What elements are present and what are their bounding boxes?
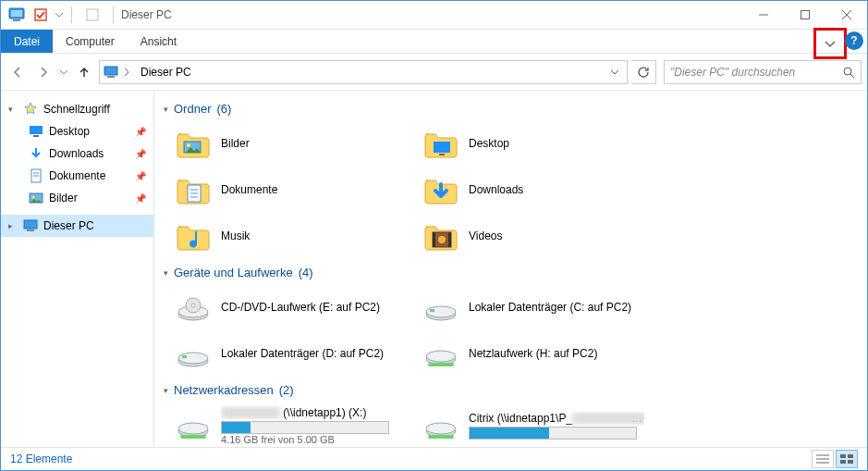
pin-icon: 📌: [135, 171, 146, 181]
window-icon: [85, 7, 100, 22]
thispc-qat-icon[interactable]: [6, 5, 27, 25]
hdd-icon: [175, 335, 212, 372]
svg-rect-56: [840, 454, 846, 458]
svg-rect-2: [13, 19, 20, 21]
expand-ribbon-button[interactable]: [813, 28, 847, 59]
view-details-button[interactable]: [812, 450, 834, 468]
folder-item[interactable]: Bilder: [173, 123, 398, 164]
maximize-button[interactable]: [784, 1, 825, 29]
capacity-bar: [221, 421, 389, 434]
refresh-button[interactable]: [631, 60, 656, 84]
sidebar-item-downloads[interactable]: Downloads📌: [1, 143, 153, 165]
tab-computer[interactable]: Computer: [53, 30, 128, 53]
svg-point-19: [32, 196, 35, 199]
pin-icon: 📌: [135, 193, 146, 204]
svg-rect-31: [433, 232, 435, 247]
minimize-button[interactable]: [742, 1, 784, 29]
group-count: (4): [299, 266, 313, 279]
group-header-devices[interactable]: ▾ Geräte und Laufwerke (4): [164, 266, 858, 279]
svg-rect-40: [430, 309, 434, 312]
svg-rect-3: [35, 9, 46, 20]
qat-dropdown-icon[interactable]: [55, 5, 64, 25]
folder-item[interactable]: Videos: [421, 216, 646, 256]
help-button[interactable]: ?: [845, 31, 863, 50]
svg-rect-58: [840, 460, 846, 464]
item-label: CD-/DVD-Laufwerk (E: auf PC2): [221, 301, 380, 314]
svg-rect-46: [428, 363, 454, 366]
drive-item[interactable]: Lokaler Datenträger (C: auf PC2): [421, 287, 646, 328]
title-divider: [113, 6, 114, 23]
recent-dropdown-icon[interactable]: [58, 61, 69, 83]
hdd-icon: [422, 289, 459, 326]
view-tiles-button[interactable]: [836, 450, 858, 468]
svg-rect-6: [801, 11, 809, 19]
breadcrumb-chevron-icon[interactable]: [124, 68, 129, 77]
drive-item[interactable]: CD-/DVD-Laufwerk (E: auf PC2): [173, 287, 398, 328]
navigation-pane: ▾ Schnellzugriff Desktop📌Downloads📌Dokum…: [1, 91, 154, 447]
downloads-folder-icon: [422, 171, 459, 208]
svg-rect-14: [33, 135, 39, 137]
netdrive-icon: [422, 407, 459, 444]
chevron-right-icon[interactable]: ▸: [8, 221, 18, 230]
back-button[interactable]: [6, 61, 29, 83]
svg-rect-49: [180, 435, 206, 439]
capacity-bar: [469, 427, 637, 440]
sidebar-quickaccess[interactable]: ▾ Schnellzugriff: [1, 98, 153, 120]
netdrive-icon: [175, 407, 212, 444]
sidebar-item-pictures[interactable]: Bilder📌: [1, 187, 153, 209]
pictures-icon: [29, 191, 43, 205]
svg-point-23: [187, 143, 190, 147]
item-label: Dokumente: [221, 183, 277, 196]
svg-point-33: [438, 236, 446, 243]
drive-item[interactable]: Netzlaufwerk (H: auf PC2): [421, 333, 646, 374]
group-header-network[interactable]: ▾ Netzwerkadressen (2): [164, 383, 858, 397]
svg-rect-20: [24, 220, 37, 229]
tab-file[interactable]: Datei: [1, 30, 53, 53]
thispc-breadcrumb-icon: [104, 66, 118, 79]
sidebar-item-label: Dokumente: [49, 169, 129, 182]
search-input[interactable]: "Dieser PC" durchsuchen: [664, 60, 862, 84]
sidebar-item-desktop[interactable]: Desktop📌: [1, 120, 153, 143]
close-button[interactable]: [825, 1, 867, 29]
properties-qat-icon[interactable]: [31, 5, 51, 25]
item-label: Videos: [469, 229, 502, 242]
svg-point-51: [426, 423, 456, 434]
folder-item[interactable]: Desktop: [421, 123, 646, 164]
sidebar-thispc[interactable]: ▸ Dieser PC: [1, 215, 153, 237]
item-label: Citrix (\\idnetapp1\P_XXXXXXXXXX) ...: [469, 412, 644, 425]
svg-rect-24: [434, 142, 450, 153]
search-placeholder: "Dieser PC" durchsuchen: [670, 66, 795, 79]
up-button[interactable]: [73, 61, 95, 83]
group-count: (2): [279, 383, 294, 397]
folder-item[interactable]: Musik: [173, 216, 398, 256]
content-pane: ▾ Ordner (6) BilderDesktopDokumenteDownl…: [154, 91, 867, 447]
chevron-down-icon[interactable]: ▾: [8, 105, 18, 114]
sidebar-item-documents[interactable]: Dokumente📌: [1, 165, 153, 187]
network-drive-item[interactable]: Citrix (\\idnetapp1\P_XXXXXXXXXX) ...: [421, 404, 646, 447]
tab-view[interactable]: Ansicht: [128, 30, 189, 53]
qat-divider: [71, 6, 72, 23]
group-header-folders[interactable]: ▾ Ordner (6): [164, 102, 858, 116]
svg-rect-59: [848, 460, 853, 464]
folder-item[interactable]: Dokumente: [173, 169, 398, 210]
chevron-down-icon: ▾: [164, 105, 168, 114]
address-bar[interactable]: Dieser PC: [99, 60, 628, 84]
svg-rect-9: [104, 67, 117, 75]
forward-button[interactable]: [32, 61, 55, 83]
folder-item[interactable]: Downloads: [421, 169, 646, 210]
address-dropdown-icon[interactable]: [606, 68, 623, 77]
svg-rect-52: [428, 435, 454, 439]
chevron-down-icon: ▾: [164, 386, 168, 395]
drive-item[interactable]: Lokaler Datenträger (D: auf PC2): [173, 333, 398, 374]
item-label: Desktop: [469, 137, 509, 150]
svg-rect-4: [87, 9, 98, 20]
group-label: Ordner: [174, 102, 211, 116]
breadcrumb-thispc[interactable]: Dieser PC: [135, 66, 197, 79]
thispc-icon: [23, 219, 38, 232]
sidebar-item-label: Bilder: [49, 192, 129, 205]
status-item-count: 12 Elemente: [10, 452, 72, 465]
sidebar-item-label: Desktop: [49, 125, 129, 138]
svg-point-11: [844, 68, 851, 75]
optical-icon: [175, 289, 212, 326]
network-drive-item[interactable]: XXXXXXXX (\\idnetapp1) (X:)4.16 GB frei …: [173, 404, 398, 447]
